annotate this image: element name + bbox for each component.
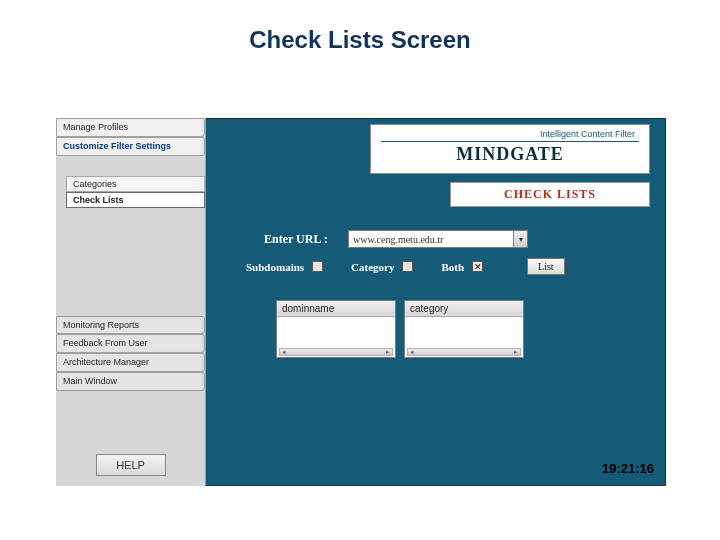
result-domain-header: dominname (277, 301, 395, 317)
results-area: dominname ◂▸ category ◂▸ (276, 300, 524, 358)
result-domain-body[interactable]: ◂▸ (277, 317, 395, 357)
url-row: Enter URL : www.ceng.metu.edu.tr ▾ (264, 230, 656, 248)
slide-title: Check Lists Screen (0, 0, 720, 76)
brand-panel: Intelligent Content Filter MINDGATE (370, 124, 650, 174)
result-category-body[interactable]: ◂▸ (405, 317, 523, 357)
url-input[interactable]: www.ceng.metu.edu.tr ▾ (348, 230, 528, 248)
scrollbar[interactable]: ◂▸ (279, 348, 393, 356)
subdomains-label: Subdomains (246, 261, 304, 273)
scrollbar[interactable]: ◂▸ (407, 348, 521, 356)
category-label: Category (351, 261, 394, 273)
sidebar: Manage Profiles Customize Filter Setting… (56, 118, 206, 486)
sidebar-item-customize-filter[interactable]: Customize Filter Settings (56, 137, 205, 156)
result-category-box: category ◂▸ (404, 300, 524, 358)
screen-title: CHECK LISTS (450, 182, 650, 207)
sidebar-item-main-window[interactable]: Main Window (56, 372, 205, 391)
result-domain-box: dominname ◂▸ (276, 300, 396, 358)
subdomains-checkbox[interactable] (312, 261, 323, 272)
sidebar-item-manage-profiles[interactable]: Manage Profiles (56, 118, 205, 137)
app-window: Manage Profiles Customize Filter Setting… (56, 118, 666, 486)
sidebar-sub-categories[interactable]: Categories (66, 176, 205, 192)
both-checkbox[interactable]: ✕ (472, 261, 483, 272)
brand-tagline: Intelligent Content Filter (381, 129, 639, 139)
chevron-down-icon[interactable]: ▾ (513, 231, 527, 247)
result-category-header: category (405, 301, 523, 317)
url-value: www.ceng.metu.edu.tr (353, 234, 443, 245)
status-clock: 19:21:16 (602, 461, 654, 476)
content-area: Intelligent Content Filter MINDGATE CHEC… (206, 118, 666, 486)
help-button[interactable]: HELP (96, 454, 166, 476)
category-checkbox[interactable] (402, 261, 413, 272)
sidebar-sub-check-lists[interactable]: Check Lists (66, 192, 205, 208)
brand-name: MINDGATE (381, 144, 639, 165)
list-button[interactable]: List (527, 258, 565, 275)
url-label: Enter URL : (264, 232, 340, 247)
sidebar-item-feedback[interactable]: Feedback From User (56, 334, 205, 353)
sidebar-item-architecture-manager[interactable]: Architecture Manager (56, 353, 205, 372)
both-label: Both (441, 261, 464, 273)
sidebar-item-monitoring-reports[interactable]: Monitoring Reports (56, 316, 205, 335)
options-row: Subdomains Category Both ✕ List (246, 258, 656, 275)
